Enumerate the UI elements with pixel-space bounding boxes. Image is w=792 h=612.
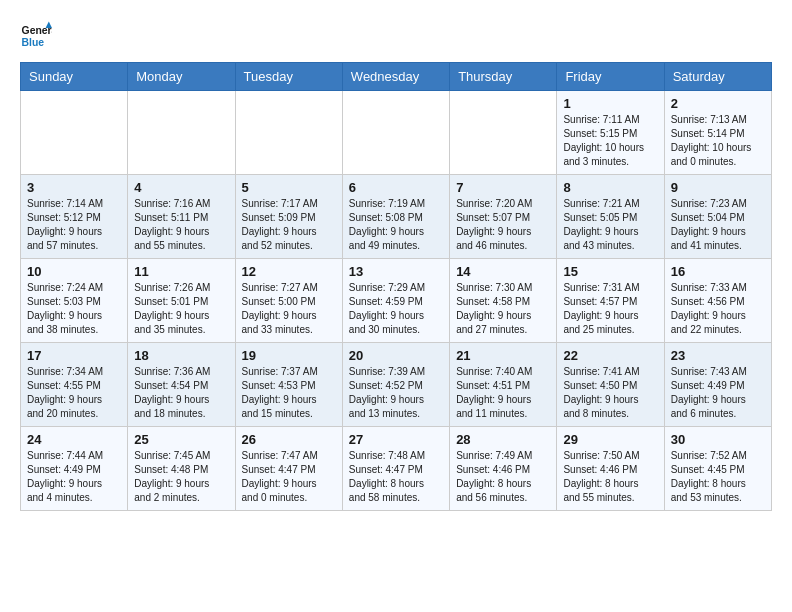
calendar-cell: 18Sunrise: 7:36 AM Sunset: 4:54 PM Dayli…	[128, 343, 235, 427]
day-info: Sunrise: 7:16 AM Sunset: 5:11 PM Dayligh…	[134, 197, 228, 253]
day-number: 23	[671, 348, 765, 363]
day-info: Sunrise: 7:50 AM Sunset: 4:46 PM Dayligh…	[563, 449, 657, 505]
day-info: Sunrise: 7:45 AM Sunset: 4:48 PM Dayligh…	[134, 449, 228, 505]
day-number: 17	[27, 348, 121, 363]
day-number: 14	[456, 264, 550, 279]
calendar-cell: 14Sunrise: 7:30 AM Sunset: 4:58 PM Dayli…	[450, 259, 557, 343]
calendar-cell	[21, 91, 128, 175]
calendar-cell: 4Sunrise: 7:16 AM Sunset: 5:11 PM Daylig…	[128, 175, 235, 259]
weekday-header-cell: Wednesday	[342, 63, 449, 91]
calendar-cell: 21Sunrise: 7:40 AM Sunset: 4:51 PM Dayli…	[450, 343, 557, 427]
calendar-cell: 2Sunrise: 7:13 AM Sunset: 5:14 PM Daylig…	[664, 91, 771, 175]
day-info: Sunrise: 7:47 AM Sunset: 4:47 PM Dayligh…	[242, 449, 336, 505]
calendar-cell: 16Sunrise: 7:33 AM Sunset: 4:56 PM Dayli…	[664, 259, 771, 343]
calendar-cell: 6Sunrise: 7:19 AM Sunset: 5:08 PM Daylig…	[342, 175, 449, 259]
calendar-cell: 22Sunrise: 7:41 AM Sunset: 4:50 PM Dayli…	[557, 343, 664, 427]
day-info: Sunrise: 7:11 AM Sunset: 5:15 PM Dayligh…	[563, 113, 657, 169]
day-info: Sunrise: 7:24 AM Sunset: 5:03 PM Dayligh…	[27, 281, 121, 337]
day-number: 4	[134, 180, 228, 195]
day-info: Sunrise: 7:31 AM Sunset: 4:57 PM Dayligh…	[563, 281, 657, 337]
day-info: Sunrise: 7:48 AM Sunset: 4:47 PM Dayligh…	[349, 449, 443, 505]
day-info: Sunrise: 7:41 AM Sunset: 4:50 PM Dayligh…	[563, 365, 657, 421]
day-info: Sunrise: 7:33 AM Sunset: 4:56 PM Dayligh…	[671, 281, 765, 337]
calendar-cell: 11Sunrise: 7:26 AM Sunset: 5:01 PM Dayli…	[128, 259, 235, 343]
day-number: 2	[671, 96, 765, 111]
svg-text:Blue: Blue	[22, 37, 45, 48]
day-number: 5	[242, 180, 336, 195]
calendar-cell: 29Sunrise: 7:50 AM Sunset: 4:46 PM Dayli…	[557, 427, 664, 511]
day-info: Sunrise: 7:30 AM Sunset: 4:58 PM Dayligh…	[456, 281, 550, 337]
day-number: 12	[242, 264, 336, 279]
weekday-header-cell: Monday	[128, 63, 235, 91]
day-number: 29	[563, 432, 657, 447]
day-info: Sunrise: 7:14 AM Sunset: 5:12 PM Dayligh…	[27, 197, 121, 253]
calendar-week-row: 17Sunrise: 7:34 AM Sunset: 4:55 PM Dayli…	[21, 343, 772, 427]
day-info: Sunrise: 7:27 AM Sunset: 5:00 PM Dayligh…	[242, 281, 336, 337]
day-number: 15	[563, 264, 657, 279]
day-number: 19	[242, 348, 336, 363]
day-info: Sunrise: 7:52 AM Sunset: 4:45 PM Dayligh…	[671, 449, 765, 505]
day-info: Sunrise: 7:40 AM Sunset: 4:51 PM Dayligh…	[456, 365, 550, 421]
day-number: 18	[134, 348, 228, 363]
day-number: 25	[134, 432, 228, 447]
day-info: Sunrise: 7:37 AM Sunset: 4:53 PM Dayligh…	[242, 365, 336, 421]
day-info: Sunrise: 7:43 AM Sunset: 4:49 PM Dayligh…	[671, 365, 765, 421]
calendar-cell	[450, 91, 557, 175]
calendar-cell	[128, 91, 235, 175]
calendar-cell: 24Sunrise: 7:44 AM Sunset: 4:49 PM Dayli…	[21, 427, 128, 511]
calendar-cell: 10Sunrise: 7:24 AM Sunset: 5:03 PM Dayli…	[21, 259, 128, 343]
weekday-header-cell: Saturday	[664, 63, 771, 91]
weekday-header-cell: Sunday	[21, 63, 128, 91]
calendar-cell: 20Sunrise: 7:39 AM Sunset: 4:52 PM Dayli…	[342, 343, 449, 427]
day-info: Sunrise: 7:13 AM Sunset: 5:14 PM Dayligh…	[671, 113, 765, 169]
page-header: General Blue	[20, 20, 772, 52]
day-number: 21	[456, 348, 550, 363]
logo: General Blue	[20, 20, 56, 52]
calendar-cell: 15Sunrise: 7:31 AM Sunset: 4:57 PM Dayli…	[557, 259, 664, 343]
calendar-cell: 8Sunrise: 7:21 AM Sunset: 5:05 PM Daylig…	[557, 175, 664, 259]
calendar-cell: 13Sunrise: 7:29 AM Sunset: 4:59 PM Dayli…	[342, 259, 449, 343]
calendar-cell: 28Sunrise: 7:49 AM Sunset: 4:46 PM Dayli…	[450, 427, 557, 511]
day-number: 10	[27, 264, 121, 279]
day-info: Sunrise: 7:19 AM Sunset: 5:08 PM Dayligh…	[349, 197, 443, 253]
calendar-cell: 9Sunrise: 7:23 AM Sunset: 5:04 PM Daylig…	[664, 175, 771, 259]
day-number: 11	[134, 264, 228, 279]
logo-icon: General Blue	[20, 20, 52, 52]
day-number: 3	[27, 180, 121, 195]
calendar-cell: 30Sunrise: 7:52 AM Sunset: 4:45 PM Dayli…	[664, 427, 771, 511]
day-number: 6	[349, 180, 443, 195]
day-number: 30	[671, 432, 765, 447]
calendar-cell: 3Sunrise: 7:14 AM Sunset: 5:12 PM Daylig…	[21, 175, 128, 259]
day-info: Sunrise: 7:29 AM Sunset: 4:59 PM Dayligh…	[349, 281, 443, 337]
weekday-header-cell: Thursday	[450, 63, 557, 91]
weekday-header-row: SundayMondayTuesdayWednesdayThursdayFrid…	[21, 63, 772, 91]
day-number: 27	[349, 432, 443, 447]
day-info: Sunrise: 7:23 AM Sunset: 5:04 PM Dayligh…	[671, 197, 765, 253]
calendar-cell	[235, 91, 342, 175]
day-number: 8	[563, 180, 657, 195]
day-number: 7	[456, 180, 550, 195]
calendar-cell: 23Sunrise: 7:43 AM Sunset: 4:49 PM Dayli…	[664, 343, 771, 427]
calendar-body: 1Sunrise: 7:11 AM Sunset: 5:15 PM Daylig…	[21, 91, 772, 511]
day-info: Sunrise: 7:36 AM Sunset: 4:54 PM Dayligh…	[134, 365, 228, 421]
calendar-table: SundayMondayTuesdayWednesdayThursdayFrid…	[20, 62, 772, 511]
calendar-cell: 7Sunrise: 7:20 AM Sunset: 5:07 PM Daylig…	[450, 175, 557, 259]
day-info: Sunrise: 7:26 AM Sunset: 5:01 PM Dayligh…	[134, 281, 228, 337]
day-number: 24	[27, 432, 121, 447]
weekday-header-cell: Tuesday	[235, 63, 342, 91]
calendar-cell: 27Sunrise: 7:48 AM Sunset: 4:47 PM Dayli…	[342, 427, 449, 511]
day-info: Sunrise: 7:21 AM Sunset: 5:05 PM Dayligh…	[563, 197, 657, 253]
day-info: Sunrise: 7:49 AM Sunset: 4:46 PM Dayligh…	[456, 449, 550, 505]
calendar-week-row: 1Sunrise: 7:11 AM Sunset: 5:15 PM Daylig…	[21, 91, 772, 175]
calendar-week-row: 3Sunrise: 7:14 AM Sunset: 5:12 PM Daylig…	[21, 175, 772, 259]
day-info: Sunrise: 7:39 AM Sunset: 4:52 PM Dayligh…	[349, 365, 443, 421]
calendar-cell: 12Sunrise: 7:27 AM Sunset: 5:00 PM Dayli…	[235, 259, 342, 343]
calendar-cell	[342, 91, 449, 175]
calendar-cell: 19Sunrise: 7:37 AM Sunset: 4:53 PM Dayli…	[235, 343, 342, 427]
day-number: 20	[349, 348, 443, 363]
day-number: 16	[671, 264, 765, 279]
day-info: Sunrise: 7:34 AM Sunset: 4:55 PM Dayligh…	[27, 365, 121, 421]
day-number: 26	[242, 432, 336, 447]
day-number: 28	[456, 432, 550, 447]
day-info: Sunrise: 7:44 AM Sunset: 4:49 PM Dayligh…	[27, 449, 121, 505]
